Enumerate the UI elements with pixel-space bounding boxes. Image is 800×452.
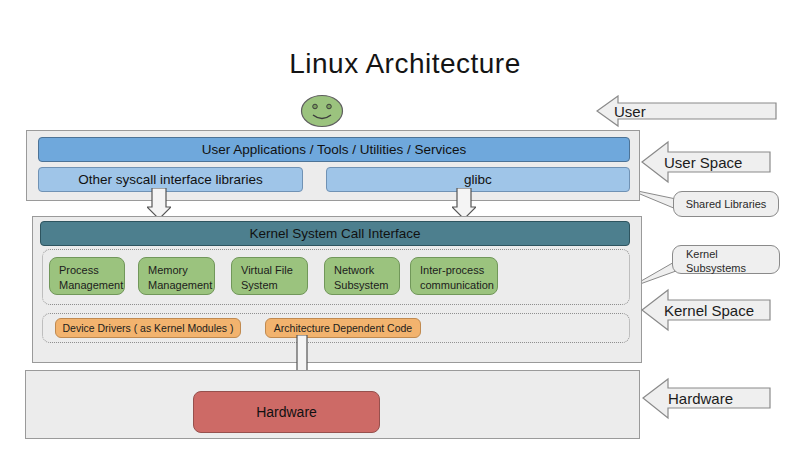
hardware-box-label: Hardware <box>256 404 317 420</box>
kernel-syscall-interface-label: Kernel System Call Interface <box>249 226 420 241</box>
shared-libraries-callout-label: Shared Libraries <box>686 198 767 210</box>
module-box-architecture-dependent-code: Architecture Dependent Code <box>265 318 421 338</box>
subsystem-box-network-subsystem: Network Subsystem <box>324 257 400 295</box>
subsystem-box-process-management: Process Management <box>49 257 125 295</box>
glibc-bar: glibc <box>326 167 630 192</box>
kernel-space-container: Kernel System Call Interface Process Man… <box>32 216 642 363</box>
hardware-container: Hardware <box>25 370 640 439</box>
subsystem-box-interprocess-communication: Inter-process communication <box>410 257 498 295</box>
kernel-subsystems-callout-label: Kernel Subsystems <box>686 248 756 276</box>
user-space-container: User Applications / Tools / Utilities / … <box>26 130 640 201</box>
hardware-box: Hardware <box>193 391 380 433</box>
user-applications-label: User Applications / Tools / Utilities / … <box>202 142 467 157</box>
other-syscall-libraries-bar: Other syscall interface libraries <box>38 167 303 192</box>
user-applications-bar: User Applications / Tools / Utilities / … <box>38 137 630 162</box>
subsystem-box-virtual-file-system: Virtual File System <box>231 257 308 295</box>
other-syscall-libraries-label: Other syscall interface libraries <box>78 172 263 187</box>
kernel-syscall-interface-bar: Kernel System Call Interface <box>40 221 630 246</box>
kernel-modules-area: Device Drivers ( as Kernel Modules ) Arc… <box>42 313 630 343</box>
kernel-subsystems-callout: Kernel Subsystems <box>672 245 780 274</box>
module-box-device-drivers: Device Drivers ( as Kernel Modules ) <box>55 318 241 338</box>
shared-libraries-callout: Shared Libraries <box>673 191 779 217</box>
kernel-subsystems-area: Process Management Memory Management Vir… <box>42 249 630 305</box>
subsystem-box-memory-management: Memory Management <box>138 257 215 295</box>
glibc-label: glibc <box>464 172 492 187</box>
